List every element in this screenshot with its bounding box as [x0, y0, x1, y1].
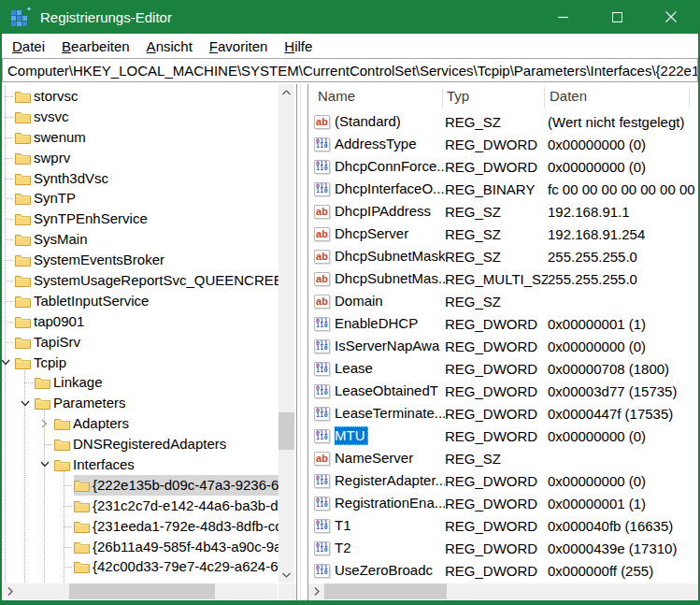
- tree-item[interactable]: swprv: [2, 148, 279, 168]
- menu-item-hilfe[interactable]: Hilfe: [276, 36, 321, 57]
- registry-value-row[interactable]: abDhcpIPAddressREG_SZ192.168.91.1: [308, 200, 698, 223]
- tree-item[interactable]: SystemUsageReportSvc_QUEENCREEK: [2, 270, 279, 291]
- tree-item[interactable]: SynTP: [2, 188, 279, 209]
- tree-item[interactable]: DNSRegisteredAdapters: [2, 434, 279, 454]
- tree-item[interactable]: TabletInputService: [2, 291, 279, 311]
- value-data: 0x00000000 (0): [548, 137, 698, 152]
- registry-value-row[interactable]: 011110IsServerNapAwaREG_DWORD0x00000000 …: [308, 335, 698, 357]
- list-horizontal-scrollbar[interactable]: [308, 583, 698, 599]
- menu-item-datei[interactable]: Datei: [4, 36, 53, 57]
- registry-value-row[interactable]: abDomainREG_SZ: [308, 290, 698, 312]
- registry-value-row[interactable]: 011110LeaseREG_DWORD0x00000708 (1800): [308, 357, 698, 380]
- chevron-down-icon[interactable]: [15, 393, 35, 413]
- tree-item[interactable]: tap0901: [2, 311, 279, 332]
- chevron-down-icon[interactable]: [35, 454, 54, 475]
- tree-item[interactable]: {26b11a49-585f-4b43-a90c-9a: [2, 537, 279, 557]
- reg-dword-icon: 011110: [314, 362, 330, 376]
- registry-value-row[interactable]: 011110EnableDHCPREG_DWORD0x00000001 (1): [308, 312, 698, 335]
- tree-vertical-scrollbar[interactable]: [279, 84, 294, 583]
- tree-item-content: SystemUsageReportSvc_QUEENCREEK: [15, 270, 279, 291]
- registry-value-row[interactable]: 011110DhcpConnForce...REG_DWORD0x0000000…: [308, 155, 698, 178]
- scroll-down-button[interactable]: [279, 567, 294, 583]
- value-name: DhcpIPAddress: [335, 202, 434, 221]
- tree-connector: [35, 434, 54, 454]
- scrollbar-thumb[interactable]: [324, 583, 447, 599]
- column-header-data[interactable]: Daten: [550, 88, 587, 104]
- registry-value-row[interactable]: 011110AddressTypeREG_DWORD0x00000000 (0): [308, 133, 698, 155]
- registry-value-row[interactable]: ab(Standard)REG_SZ(Wert nicht festgelegt…: [308, 110, 698, 133]
- tree-horizontal-scrollbar[interactable]: [2, 583, 278, 599]
- close-button[interactable]: [644, 0, 698, 34]
- tree-item[interactable]: Parameters: [2, 393, 279, 413]
- pane-splitter[interactable]: [300, 84, 301, 600]
- registry-value-row[interactable]: 011110UseZeroBroadcREG_DWORD0x000000ff (…: [308, 559, 698, 582]
- tree-item[interactable]: {231eeda1-792e-48d3-8dfb-cc: [2, 516, 279, 537]
- tree-item[interactable]: TapiSrv: [2, 332, 279, 353]
- registry-value-row[interactable]: 011110T1REG_DWORD0x000040fb (16635): [308, 514, 698, 537]
- column-separator[interactable]: [689, 87, 690, 108]
- value-name: DhcpInterfaceO...: [335, 180, 445, 198]
- tree-item[interactable]: Adapters: [2, 413, 279, 434]
- tree-item[interactable]: SynTPEnhService: [2, 209, 279, 229]
- column-header-name[interactable]: Name: [318, 88, 355, 104]
- tree-item-content: Tcpip: [15, 353, 279, 373]
- tree-item[interactable]: Linkage: [2, 372, 279, 393]
- tree-item[interactable]: SysMain: [2, 229, 279, 250]
- menu-item-bearbeiten[interactable]: Bearbeiten: [53, 36, 138, 57]
- menu-item-favoriten[interactable]: Favoriten: [201, 36, 277, 57]
- tree-item[interactable]: [2, 577, 279, 583]
- registry-value-row[interactable]: 011110DhcpInterfaceO...REG_BINARYfc 00 0…: [308, 178, 698, 200]
- tree-item[interactable]: {222e135b-d09c-47a3-9236-63: [2, 475, 279, 496]
- registry-value-row[interactable]: 011110RegisterAdapter...REG_DWORD0x00000…: [308, 469, 698, 492]
- menu-item-ansicht[interactable]: Ansicht: [138, 36, 201, 57]
- tree-item[interactable]: storvsc: [2, 86, 279, 107]
- scrollbar-thumb[interactable]: [279, 412, 294, 450]
- registry-value-row[interactable]: 011110MTUREG_DWORD0x00000000 (0): [308, 425, 698, 447]
- value-data: 255.255.255.0: [548, 249, 698, 265]
- folder-icon: [15, 131, 31, 144]
- value-name: DhcpSubnetMask: [335, 247, 445, 266]
- minimize-button[interactable]: [536, 0, 590, 34]
- tree-connector: [2, 86, 15, 107]
- tree-item[interactable]: {231c2c7d-e142-44a6-ba3b-d5: [2, 496, 279, 516]
- registry-value-row[interactable]: abDhcpServerREG_SZ192.168.91.254: [308, 223, 698, 245]
- chevron-right-icon[interactable]: [35, 413, 54, 434]
- value-name-cell: EnableDHCP: [335, 314, 445, 333]
- maximize-button[interactable]: [590, 0, 644, 34]
- value-name: NameServer: [335, 449, 416, 468]
- reg-sz-icon: ab: [314, 205, 330, 219]
- chevron-down-icon[interactable]: [2, 353, 15, 373]
- scroll-right-button[interactable]: [308, 583, 324, 599]
- registry-value-row[interactable]: abDhcpSubnetMas...REG_MULTI_SZ255.255.25…: [308, 267, 698, 290]
- folder-icon: [54, 458, 70, 471]
- tree-item[interactable]: Tcpip: [2, 353, 279, 373]
- registry-value-row[interactable]: 011110T2REG_DWORD0x0000439e (17310): [308, 537, 698, 559]
- registry-value-row[interactable]: 011110RegistrationEna...REG_DWORD0x00000…: [308, 492, 698, 514]
- column-separator[interactable]: [544, 87, 545, 108]
- value-name-cell: (Standard): [335, 112, 445, 131]
- tree-item[interactable]: Synth3dVsc: [2, 168, 279, 189]
- scrollbar-thumb[interactable]: [69, 583, 215, 599]
- value-type: REG_DWORD: [445, 563, 548, 579]
- scroll-right-button[interactable]: [2, 583, 18, 599]
- tree-item[interactable]: SystemEventsBroker: [2, 250, 279, 270]
- value-name: DhcpConnForce...: [335, 157, 445, 176]
- address-bar[interactable]: Computer\HKEY_LOCAL_MACHINE\SYSTEM\Curre…: [2, 58, 698, 82]
- tree-item[interactable]: {42c00d33-79e7-4c29-a624-62: [2, 556, 279, 577]
- tree-item-content: DNSRegisteredAdapters: [54, 434, 279, 454]
- scroll-up-button[interactable]: [279, 84, 294, 100]
- chevron-down-icon: [21, 400, 30, 407]
- tree-item[interactable]: swenum: [2, 127, 279, 148]
- registry-value-row[interactable]: 011110LeaseTerminate...REG_DWORD0x000044…: [308, 402, 698, 425]
- column-header-type[interactable]: Typ: [447, 88, 469, 104]
- registry-value-row[interactable]: abDhcpSubnetMaskREG_SZ255.255.255.0: [308, 245, 698, 267]
- folder-icon: [15, 253, 31, 266]
- tree-item[interactable]: svsvc: [2, 107, 279, 127]
- value-name-cell: Domain: [335, 292, 445, 310]
- registry-value-row[interactable]: 011110LeaseObtainedTREG_DWORD0x00003d77 …: [308, 380, 698, 402]
- registry-value-row[interactable]: abNameServerREG_SZ: [308, 447, 698, 469]
- folder-icon: [15, 295, 31, 308]
- tree-item[interactable]: Interfaces: [2, 454, 279, 475]
- tree-item-label: Parameters: [50, 394, 130, 412]
- column-separator[interactable]: [442, 87, 443, 108]
